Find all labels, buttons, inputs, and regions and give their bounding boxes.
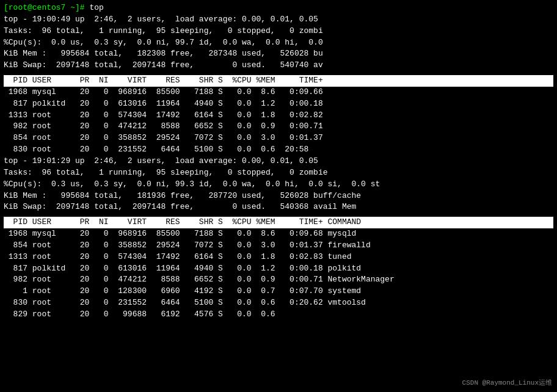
table-row: 1968 mysql 20 0 968916 85500 7188 S 0.0 … — [4, 87, 553, 98]
table-row: 829 root 20 0 99688 6192 4576 S 0.0 0.6 — [4, 309, 553, 321]
table-row: 854 root 20 0 358852 29524 7072 S 0.0 3.… — [4, 132, 553, 144]
table-row: 1313 root 20 0 574304 17492 6164 S 0.0 1… — [4, 252, 553, 263]
top-info-block2: top - 19:01:29 up 2:46, 2 users, load av… — [4, 156, 553, 213]
info-line-9: KiB Mem : 995684 total, 181936 free, 287… — [4, 191, 553, 202]
table-row: 1 root 20 0 128300 6960 4192 S 0.0 0.7 0… — [4, 286, 553, 297]
table1-body: 1968 mysql 20 0 968916 85500 7188 S 0.0 … — [4, 87, 553, 156]
prompt-cmd: top — [89, 3, 103, 12]
info-line-4: KiB Mem : 995684 total, 182308 free, 287… — [4, 48, 553, 60]
info-line-8: %Cpu(s): 0.3 us, 0.3 sy, 0.0 ni, 99.3 id… — [4, 179, 553, 191]
watermark: CSDN @Raymond_Linux运维 — [462, 379, 552, 388]
table-row: 830 root 20 0 231552 6464 5100 S 0.0 0.6… — [4, 144, 553, 156]
table-row: 1968 mysql 20 0 968916 85500 7188 S 0.0 … — [4, 228, 553, 240]
info-line-6: top - 19:01:29 up 2:46, 2 users, load av… — [4, 156, 553, 167]
terminal: [root@centos7 ~]# top top - 19:00:49 up … — [0, 0, 557, 392]
table-row: 830 root 20 0 231552 6464 5100 S 0.0 0.6… — [4, 297, 553, 309]
prompt-line: [root@centos7 ~]# top — [4, 2, 553, 14]
top-info-block1: top - 19:00:49 up 2:46, 2 users, load av… — [4, 14, 553, 71]
prompt-user: [root@centos7 ~]# — [4, 3, 85, 12]
table2-header: PID USER PR NI VIRT RES SHR S %CPU %MEM … — [4, 217, 553, 228]
info-line-1: top - 19:00:49 up 2:46, 2 users, load av… — [4, 14, 553, 26]
table-row: 817 polkitd 20 0 613016 11964 4940 S 0.0… — [4, 98, 553, 110]
table-row: 982 root 20 0 474212 8588 6652 S 0.0 0.9… — [4, 274, 553, 286]
table-row: 982 root 20 0 474212 8588 6652 S 0.0 0.9… — [4, 121, 553, 132]
table-row: 817 polkitd 20 0 613016 11964 4940 S 0.0… — [4, 263, 553, 275]
table2-body: 1968 mysql 20 0 968916 85500 7188 S 0.0 … — [4, 228, 553, 321]
info-line-2: Tasks: 96 total, 1 running, 95 sleeping,… — [4, 26, 553, 37]
info-line-5: KiB Swap: 2097148 total, 2097148 free, 0… — [4, 60, 553, 71]
info-line-10: KiB Swap: 2097148 total, 2097148 free, 0… — [4, 201, 553, 213]
info-line-7: Tasks: 96 total, 1 running, 95 sleeping,… — [4, 167, 553, 179]
info-line-3: %Cpu(s): 0.0 us, 0.3 sy, 0.0 ni, 99.7 id… — [4, 37, 553, 49]
table-row: 854 root 20 0 358852 29524 7072 S 0.0 3.… — [4, 240, 553, 252]
table-row: 1313 root 20 0 574304 17492 6164 S 0.0 1… — [4, 110, 553, 122]
table1-header: PID USER PR NI VIRT RES SHR S %CPU %MEM … — [4, 75, 553, 87]
